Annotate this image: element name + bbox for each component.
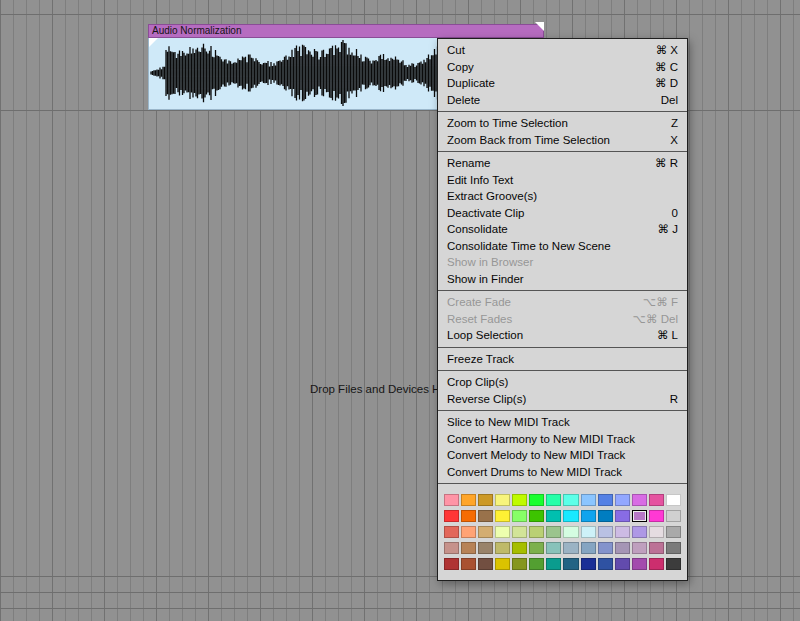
menu-group: Slice to New MIDI TrackConvert Harmony t… <box>438 411 687 484</box>
color-swatch-a9a9a9[interactable] <box>666 526 681 538</box>
color-swatch-10a4ee[interactable] <box>581 510 596 522</box>
menu-item-rename[interactable]: Rename⌘ R <box>438 155 687 172</box>
color-swatch-1a2f96[interactable] <box>581 558 596 570</box>
color-swatch-b677c6[interactable] <box>632 510 647 522</box>
color-swatch-25ffa8[interactable] <box>546 494 561 506</box>
color-swatch-b9c1e3[interactable] <box>598 526 613 538</box>
color-swatch-19e9ff[interactable] <box>563 510 578 522</box>
color-swatch-8bc5ff[interactable] <box>581 494 596 506</box>
menu-item-slice-to-new-midi-track[interactable]: Slice to New MIDI Track <box>438 414 687 431</box>
color-swatch-d4fde1[interactable] <box>563 526 578 538</box>
color-swatch-ff94a6[interactable] <box>444 494 459 506</box>
color-swatch-f7f47c[interactable] <box>495 494 510 506</box>
color-swatch-007dc0[interactable] <box>598 510 613 522</box>
color-swatch-99724b[interactable] <box>478 510 493 522</box>
color-swatch-00bfaf[interactable] <box>546 510 561 522</box>
clip-end-marker-icon[interactable] <box>535 22 544 31</box>
menu-item-loop-selection[interactable]: Loop Selection⌘ L <box>438 327 687 344</box>
menu-item-consolidate-time-to-new-scene[interactable]: Consolidate Time to New Scene <box>438 238 687 255</box>
color-swatch-cdf1f8[interactable] <box>581 526 596 538</box>
color-swatch-bf9fbe[interactable] <box>632 542 647 554</box>
color-swatch-236384[interactable] <box>563 558 578 570</box>
color-swatch-bc7196[interactable] <box>649 542 664 554</box>
color-swatch-dbc300[interactable] <box>495 558 510 570</box>
color-swatch-e2675a[interactable] <box>444 526 459 538</box>
menu-item-extract-groove-s[interactable]: Extract Groove(s) <box>438 188 687 205</box>
color-swatch-0a9c8e[interactable] <box>546 558 561 570</box>
clip-title-bar[interactable]: Audio Normalization <box>148 24 544 38</box>
menu-item-deactivate-clip[interactable]: Deactivate Clip0 <box>438 205 687 222</box>
menu-item-convert-drums-to-new-midi-track[interactable]: Convert Drums to New MIDI Track <box>438 464 687 481</box>
color-swatch-af3333[interactable] <box>444 558 459 570</box>
color-swatch-ae98e5[interactable] <box>632 526 647 538</box>
color-swatch-c6928b[interactable] <box>444 542 459 554</box>
color-swatch-ffa529[interactable] <box>461 494 476 506</box>
color-swatch-f66c03[interactable] <box>461 510 476 522</box>
color-swatch-bffb00[interactable] <box>512 494 527 506</box>
color-swatch-e553a0[interactable] <box>649 494 664 506</box>
color-swatch-cc9927[interactable] <box>478 494 493 506</box>
color-swatch-724f41[interactable] <box>478 558 493 570</box>
color-swatch-9bc48d[interactable] <box>546 526 561 538</box>
menu-item-consolidate[interactable]: Consolidate⌘ J <box>438 221 687 238</box>
color-swatch-624bad[interactable] <box>615 558 630 570</box>
menu-item-create-fade[interactable]: Create Fade⌥⌘ F <box>438 294 687 311</box>
color-swatch-d3ad71[interactable] <box>478 526 493 538</box>
color-swatch-539f31[interactable] <box>529 558 544 570</box>
menu-item-duplicate[interactable]: Duplicate⌘ D <box>438 75 687 92</box>
menu-item-label: Cut <box>447 44 465 56</box>
menu-item-zoom-to-time-selection[interactable]: Zoom to Time SelectionZ <box>438 115 687 132</box>
menu-item-cut[interactable]: Cut⌘ X <box>438 42 687 59</box>
menu-item-shortcut: ⌥⌘ Del <box>633 312 678 326</box>
color-swatch-85961f[interactable] <box>512 558 527 570</box>
color-swatch-b78256[interactable] <box>461 542 476 554</box>
menu-item-show-in-finder[interactable]: Show in Finder <box>438 271 687 288</box>
color-swatch-a95131[interactable] <box>461 558 476 570</box>
menu-item-reset-fades[interactable]: Reset Fades⌥⌘ Del <box>438 311 687 328</box>
color-swatch-d2e498[interactable] <box>512 526 527 538</box>
color-swatch-bfba69[interactable] <box>495 542 510 554</box>
color-swatch-e5dce1[interactable] <box>649 526 664 538</box>
color-swatch-ffffff[interactable] <box>666 494 681 506</box>
color-swatch-d0d0d0[interactable] <box>666 510 681 522</box>
color-swatch-2f52a2[interactable] <box>598 558 613 570</box>
color-swatch-a595b5[interactable] <box>615 542 630 554</box>
color-swatch-3dc300[interactable] <box>529 510 544 522</box>
color-swatch-886ce4[interactable] <box>615 510 630 522</box>
color-swatch-ff3636[interactable] <box>444 510 459 522</box>
fade-handle-left-icon[interactable] <box>149 38 158 47</box>
color-swatch-d86ce4[interactable] <box>632 494 647 506</box>
color-swatch-edffae[interactable] <box>495 526 510 538</box>
color-swatch-bad074[interactable] <box>529 526 544 538</box>
color-swatch-87ff67[interactable] <box>512 510 527 522</box>
menu-item-edit-info-text[interactable]: Edit Info Text <box>438 172 687 189</box>
menu-item-zoom-back-from-time-selection[interactable]: Zoom Back from Time SelectionX <box>438 132 687 149</box>
color-swatch-88c2ba[interactable] <box>546 542 561 554</box>
color-swatch-8393cc[interactable] <box>598 542 613 554</box>
color-swatch-3c3c3c[interactable] <box>666 558 681 570</box>
menu-item-reverse-clip-s[interactable]: Reverse Clip(s)R <box>438 391 687 408</box>
menu-item-crop-clip-s[interactable]: Crop Clip(s) <box>438 374 687 391</box>
color-swatch-5cffe8[interactable] <box>563 494 578 506</box>
menu-item-copy[interactable]: Copy⌘ C <box>438 59 687 76</box>
menu-item-convert-harmony-to-new-midi-track[interactable]: Convert Harmony to New MIDI Track <box>438 431 687 448</box>
menu-item-convert-melody-to-new-midi-track[interactable]: Convert Melody to New MIDI Track <box>438 447 687 464</box>
color-swatch-cc2e6e[interactable] <box>649 558 664 570</box>
color-swatch-a6be00[interactable] <box>512 542 527 554</box>
menu-item-delete[interactable]: DeleteDel <box>438 92 687 109</box>
color-swatch-1aff2f[interactable] <box>529 494 544 506</box>
color-swatch-92a7ff[interactable] <box>615 494 630 506</box>
color-swatch-a34bad[interactable] <box>632 558 647 570</box>
color-swatch-85a5c2[interactable] <box>581 542 596 554</box>
color-swatch-5480e4[interactable] <box>598 494 613 506</box>
menu-item-show-in-browser[interactable]: Show in Browser <box>438 254 687 271</box>
color-swatch-9bb3c4[interactable] <box>563 542 578 554</box>
color-swatch-cdbbe4[interactable] <box>615 526 630 538</box>
color-swatch-7b7b7b[interactable] <box>666 542 681 554</box>
color-swatch-7db04d[interactable] <box>529 542 544 554</box>
color-swatch-fff034[interactable] <box>495 510 510 522</box>
color-swatch-99836a[interactable] <box>478 542 493 554</box>
color-swatch-ffa374[interactable] <box>461 526 476 538</box>
menu-item-freeze-track[interactable]: Freeze Track <box>438 351 687 368</box>
color-swatch-ff39d4[interactable] <box>649 510 664 522</box>
